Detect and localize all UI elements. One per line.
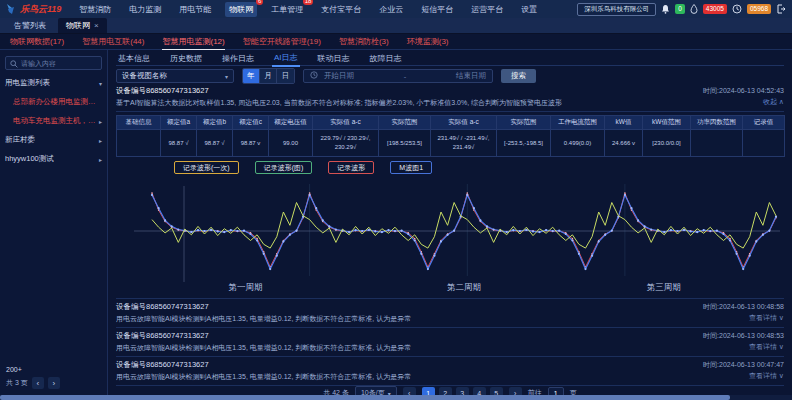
company-select[interactable]: 深圳乐鸟科技有限公司 [577, 3, 656, 16]
goto-page-input[interactable] [548, 387, 564, 395]
goto-label: 前往 [528, 388, 542, 395]
window-tab[interactable]: 告警列表 [6, 18, 54, 33]
device-count-note: 200+ [6, 366, 101, 373]
log-row-top: 设备编号868560747313627时间:2024-06-13 00:48:5… [116, 331, 784, 341]
alarm-count-badge[interactable]: 43005 [703, 4, 727, 14]
diagnosis-table: 基础信息额定值a额定值b额定值c额定电压值实际值 a-c实际范围实际值 a-c实… [116, 115, 784, 157]
tree-item[interactable]: hhyyw100测试▸ [5, 154, 102, 164]
tab-基本信息[interactable]: 基本信息 [116, 52, 152, 66]
sidebar: 用电监测列表▾总部新办公楼用电监测列表电动车充电监测主机，仓南▸新庄村委▸hhy… [0, 50, 108, 395]
sidebar-pager-text: 共 3 页 [6, 378, 28, 388]
alert-collapse-button[interactable]: 收起 ∧ [763, 97, 784, 107]
log-detail-button[interactable]: 查看详情 ∨ [749, 342, 784, 352]
table-header-cell: 实际范围 [379, 116, 431, 130]
tab-故障日志[interactable]: 故障日志 [368, 52, 404, 66]
drop-icon[interactable] [690, 4, 698, 14]
sidebar-page-next[interactable]: › [48, 377, 60, 389]
search-icon [10, 54, 18, 72]
sidebar-search-input[interactable] [21, 60, 97, 67]
date-range-picker[interactable]: 开始日期 - 结束日期 [303, 69, 493, 83]
table-header-cell: 额定电压值 [269, 116, 313, 130]
subtab[interactable]: 智能空开线路管理(19) [243, 34, 321, 49]
tab-操作日志[interactable]: 操作日志 [220, 52, 256, 66]
main-tabs: 基本信息历史数据操作日志AI日志联动日志故障日志 [116, 52, 784, 66]
bell-icon[interactable] [661, 4, 670, 14]
alert-time: 时间:2024-06-13 04:52:43 [703, 86, 784, 96]
page-button[interactable]: 2 [439, 387, 452, 396]
table-cell: [198.5/253.5] [379, 130, 431, 157]
topnav-right: 深圳乐鸟科技有限公司 0 43005 05968 [577, 3, 786, 16]
horizontal-scrollbar[interactable] [0, 395, 792, 400]
tab-历史数据[interactable]: 历史数据 [168, 52, 204, 66]
sidebar-page-prev[interactable]: ‹ [32, 377, 44, 389]
device-view-select[interactable]: 设备视图名称 ▾ [116, 69, 234, 83]
subtab[interactable]: 智慧用电互联(44) [82, 34, 144, 49]
warn-count-badge[interactable]: 05968 [747, 4, 771, 14]
page-button[interactable]: 3 [456, 387, 469, 396]
tree-item[interactable]: 新庄村委▸ [5, 135, 102, 145]
pagination: 共 42 条 10条/页 ▾ ‹ 12345 › 前往 页 [116, 386, 784, 395]
topnav-item[interactable]: 运营平台 [467, 2, 507, 17]
nav-badge: 6 [256, 0, 263, 5]
wave-button[interactable]: 记录波形 [328, 161, 374, 174]
logout-icon[interactable] [776, 4, 786, 14]
tree-item[interactable]: 电动车充电监测主机，仓南▸ [5, 116, 102, 126]
period-button[interactable]: 日 [277, 69, 294, 83]
per-page-select[interactable]: 10条/页 ▾ [355, 386, 397, 395]
subtab[interactable]: 智慧用电监测(12) [162, 34, 224, 50]
log-time: 时间:2024-06-13 00:47:47 [703, 360, 784, 370]
clock-icon[interactable] [732, 4, 742, 14]
window-tab[interactable]: 物联网× [58, 18, 107, 33]
search-button[interactable]: 搜索 [501, 69, 536, 83]
tree-item[interactable]: 总部新办公楼用电监测列表 [5, 97, 102, 107]
wave-button[interactable]: M波图1 [390, 161, 432, 174]
tree-item[interactable]: 用电监测列表▾ [5, 78, 102, 88]
scrollbar-thumb[interactable] [0, 395, 730, 400]
log-detail-button[interactable]: 查看详情 ∨ [749, 313, 784, 323]
page-button[interactable]: 1 [422, 387, 435, 396]
topnav-item[interactable]: 用电节能 [175, 2, 215, 17]
period-toggle-group: 年月日 [242, 68, 295, 84]
tabstrip: 告警列表物联网× [0, 18, 792, 34]
topnav-item[interactable]: 设置 [517, 2, 541, 17]
goto-suffix: 页 [570, 388, 577, 395]
close-icon[interactable]: × [94, 21, 99, 30]
alert-description: 基于AI智能算法大数据比对取样值1.35, 周边电压2.03, 当前数据不符合对… [116, 98, 562, 108]
subtab[interactable]: 智慧消防栓(3) [339, 34, 389, 49]
wave-button[interactable]: 记录波形(一次) [174, 161, 239, 174]
log-detail-button[interactable]: 查看详情 ∨ [749, 371, 784, 381]
topnav-item[interactable]: 短信平台 [417, 2, 457, 17]
table-cell: 0.499(0.0) [551, 130, 605, 157]
topnav-item[interactable]: 电力监测 [125, 2, 165, 17]
table-header-cell: 额定值b [197, 116, 233, 130]
bell-count-badge[interactable]: 0 [675, 4, 685, 14]
topnav-item[interactable]: 支付宝平台 [317, 2, 365, 17]
log-item: 设备编号868560747313627时间:2024-06-13 00:48:5… [116, 328, 784, 357]
page-button[interactable]: 4 [473, 387, 486, 396]
log-description: 用电云故障智能AI模块检测到A相电压1.35, 电量增益0.12, 判断数据不符… [116, 314, 411, 324]
table-header-cell: 实际值 a-c [431, 116, 497, 130]
page-next-button[interactable]: › [509, 387, 522, 396]
topnav-item[interactable]: 智慧消防 [75, 2, 115, 17]
tab-AI日志[interactable]: AI日志 [272, 51, 300, 67]
page-prev-button[interactable]: ‹ [403, 387, 416, 396]
topnav-item[interactable]: 物联网6 [225, 2, 257, 17]
topnav-item[interactable]: 企业云 [375, 2, 407, 17]
tab-联动日志[interactable]: 联动日志 [316, 52, 352, 66]
topnav-menu: 智慧消防电力监测用电节能物联网6工单管理18支付宝平台企业云短信平台运营平台设置 [75, 2, 569, 17]
page-numbers: 12345 [422, 387, 503, 396]
table-header-cell: 记录值 [743, 116, 785, 130]
wave-button[interactable]: 记录波形(图) [255, 161, 313, 174]
sidebar-pager: 共 3 页 ‹ › [6, 377, 101, 389]
table-header-cell: 额定值a [161, 116, 197, 130]
chevron-down-icon: ▾ [99, 80, 102, 87]
subtab[interactable]: 环境监测(3) [407, 34, 449, 49]
topnav-item[interactable]: 工单管理18 [267, 2, 307, 17]
log-row-top: 设备编号868560747313627时间:2024-06-13 00:47:4… [116, 360, 784, 370]
svg-text:第三周期: 第三周期 [647, 282, 681, 292]
sidebar-searchbox[interactable] [5, 56, 102, 70]
subtab[interactable]: 物联网数据(17) [10, 34, 64, 49]
page-button[interactable]: 5 [490, 387, 503, 396]
period-button[interactable]: 月 [260, 69, 277, 83]
period-button[interactable]: 年 [243, 69, 260, 83]
